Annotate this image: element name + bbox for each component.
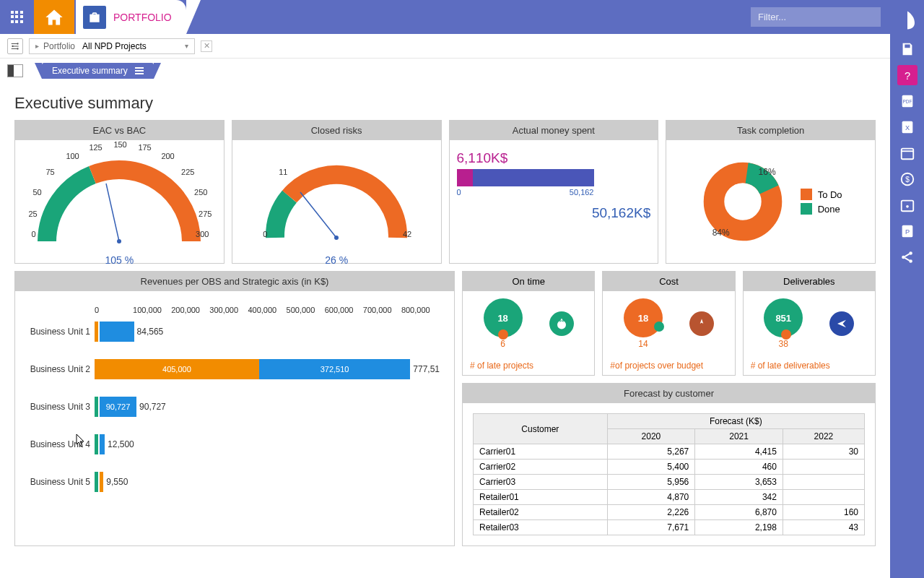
- calendar-icon[interactable]: [897, 143, 918, 163]
- selector-value: All NPD Projects: [82, 41, 147, 51]
- svg-rect-8: [901, 149, 913, 160]
- deliv-late-count: 38: [764, 339, 803, 349]
- svg-text:X: X: [905, 124, 909, 131]
- revenue-row: Business Unit 412,500: [22, 434, 440, 454]
- ontime-late-count: 6: [484, 339, 523, 349]
- settings-icon[interactable]: [7, 38, 23, 54]
- clock-icon: [549, 311, 574, 336]
- card-actual-money: Actual money spent 6,110K$ 050,162 50,16…: [449, 120, 659, 264]
- table-row: Carrier035,9563,653: [474, 475, 865, 490]
- donut-done-label: 16%: [759, 167, 776, 177]
- revenue-row: Business Unit 59,550: [22, 472, 440, 492]
- scale-high: 50,162: [570, 188, 594, 197]
- svg-point-2: [17, 48, 18, 49]
- brand-logo-icon[interactable]: [894, 7, 920, 33]
- card-title: Cost: [603, 272, 734, 291]
- ontime-circle: 18: [484, 298, 523, 337]
- card-title: On time: [463, 272, 594, 291]
- top-bar: PORTFOLIO: [0, 0, 924, 34]
- card-forecast: Forecast by customer CustomerForecast (K…: [462, 383, 876, 546]
- cost-overbudget-count: 14: [624, 339, 663, 349]
- money-bar: [457, 169, 594, 186]
- card-deliverables: Deliverables 851 38 # of late deliverabl…: [743, 271, 876, 376]
- revenue-row: Business Unit 184,565: [22, 322, 440, 342]
- portfolio-tab-label: PORTFOLIO: [113, 12, 172, 23]
- card-on-time: On time 18 6 # of late projects: [462, 271, 595, 376]
- main-content: Executive summary EAC vs BAC 0 25 50 75 …: [0, 94, 890, 578]
- gauge-value: 105 %: [105, 254, 134, 266]
- help-icon[interactable]: ?: [897, 65, 918, 85]
- save-icon[interactable]: [897, 39, 918, 59]
- right-rail: ? PDF X $ P: [890, 0, 924, 578]
- apps-menu-icon[interactable]: [0, 0, 34, 34]
- toolbar: ▸ Portfolio All NPD Projects ▾ ✕: [0, 34, 924, 59]
- cost-icon[interactable]: $: [897, 169, 918, 189]
- revenue-row: Business Unit 390,72790,727: [22, 397, 440, 417]
- card-eac-vs-bac: EAC vs BAC 0 25 50 75 100 125 150: [14, 120, 225, 264]
- gauge-value: 26 %: [325, 254, 348, 266]
- briefcase-icon: [83, 6, 106, 29]
- donut-legend: To Do Done: [801, 186, 842, 217]
- svg-text:?: ?: [904, 70, 910, 82]
- portfolio-tab[interactable]: PORTFOLIO: [76, 0, 186, 34]
- filter-input[interactable]: [751, 7, 881, 27]
- svg-text:PDF: PDF: [902, 99, 912, 104]
- card-title: Actual money spent: [450, 121, 658, 140]
- tab-menu-icon[interactable]: [135, 67, 144, 74]
- excel-export-icon[interactable]: X: [897, 117, 918, 137]
- ppt-export-icon[interactable]: P: [897, 221, 918, 241]
- date-icon[interactable]: [897, 195, 918, 215]
- filter-box: [751, 7, 881, 27]
- table-row: Retailer037,6712,19843: [474, 520, 865, 535]
- donut-todo-label: 84%: [712, 228, 730, 238]
- chevron-down-icon: ▾: [185, 42, 188, 50]
- kpi-footer: # of late deliverables: [744, 356, 875, 375]
- money-spent-value: 6,110K$: [457, 147, 651, 169]
- card-title: Forecast by customer: [463, 384, 875, 403]
- svg-point-12: [906, 205, 909, 208]
- svg-point-21: [334, 236, 339, 240]
- kpi-footer: #of projects over budget: [603, 356, 734, 375]
- portfolio-selector[interactable]: ▸ Portfolio All NPD Projects ▾: [29, 38, 195, 54]
- page-title: Executive summary: [14, 94, 876, 113]
- card-title: Deliverables: [744, 272, 875, 291]
- card-title: Revenues per OBS and Strategic axis (in …: [15, 272, 454, 291]
- send-icon: [829, 311, 854, 336]
- card-revenues: Revenues per OBS and Strategic axis (in …: [14, 271, 455, 546]
- revenue-row: Business Unit 2405,000372,510777,51: [22, 359, 440, 379]
- kpi-footer: # of late projects: [463, 356, 594, 375]
- svg-point-0: [17, 43, 18, 44]
- cost-circle: 18: [624, 298, 663, 337]
- table-row: Carrier015,2674,41530: [474, 444, 865, 460]
- card-task-completion: Task completion 84% 16% To Do Done: [666, 120, 876, 264]
- tab-label: Executive summary: [52, 66, 128, 76]
- table-row: Retailer014,870342: [474, 490, 865, 505]
- selector-label: Portfolio: [43, 41, 75, 51]
- svg-line-20: [300, 192, 336, 238]
- pdf-export-icon[interactable]: PDF: [897, 91, 918, 111]
- forecast-table: CustomerForecast (K$)202020212022Carrier…: [473, 413, 865, 535]
- share-icon[interactable]: [897, 247, 918, 267]
- layout-toggle[interactable]: [7, 64, 23, 77]
- card-title: EAC vs BAC: [15, 121, 224, 140]
- card-title: Task completion: [666, 121, 875, 140]
- card-title: Closed risks: [232, 121, 441, 140]
- eac-gauge: 0 25 50 75 100 125 150 175 200 225 250 2…: [25, 147, 213, 249]
- task-donut: 84% 16%: [699, 158, 786, 245]
- svg-text:P: P: [905, 228, 909, 236]
- legend-todo: To Do: [818, 189, 842, 200]
- home-tab[interactable]: [34, 0, 74, 34]
- deliv-circle: 851: [764, 298, 803, 337]
- tab-executive-summary[interactable]: Executive summary: [42, 63, 154, 79]
- close-icon[interactable]: ✕: [201, 40, 212, 52]
- legend-done: Done: [818, 204, 840, 215]
- svg-point-19: [117, 239, 121, 243]
- table-row: Carrier025,400460: [474, 460, 865, 475]
- svg-point-1: [12, 45, 13, 46]
- tab-row: Executive summary: [0, 59, 924, 83]
- money-budget-value: 50,162K$: [457, 205, 651, 221]
- risks-gauge: 0 11 42: [257, 147, 416, 249]
- svg-text:$: $: [905, 176, 910, 184]
- scale-low: 0: [457, 188, 461, 197]
- card-closed-risks: Closed risks 0 11 42 26 %: [232, 120, 442, 264]
